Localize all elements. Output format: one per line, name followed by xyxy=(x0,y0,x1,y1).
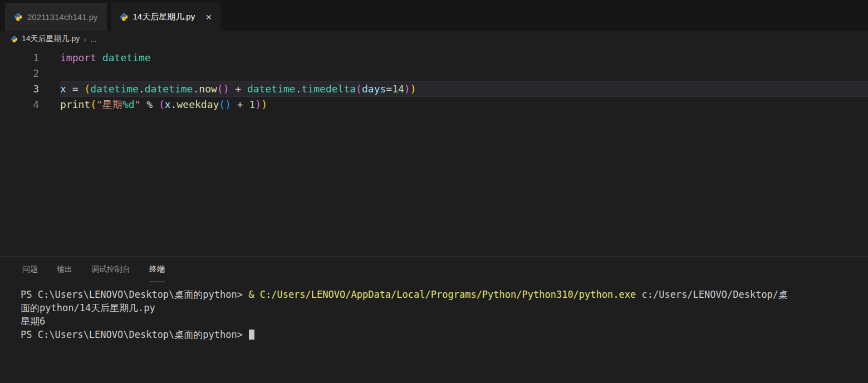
code-token: 14 xyxy=(392,83,404,95)
code-line-content: print("星期%d" % (x.weekday() + 1)) xyxy=(60,97,868,112)
panel-tab-terminal[interactable]: 终端 xyxy=(149,264,165,282)
code-token xyxy=(96,52,102,63)
code-token: %d xyxy=(122,99,135,110)
terminal-content[interactable]: PS C:\Users\LENOVO\Desktop\桌面的python> & … xyxy=(0,282,868,341)
code-line[interactable]: 1import datetime xyxy=(0,50,868,66)
terminal-token: PS C:\Users\LENOVO\Desktop\桌面的python> xyxy=(21,289,248,300)
code-token: ( xyxy=(356,83,362,95)
code-token: . xyxy=(193,83,199,95)
code-token: ) xyxy=(410,83,416,95)
panel-tab-debug-console[interactable]: 调试控制台 xyxy=(91,264,130,282)
terminal-token: & C:/Users/LENOVO/AppData/Local/Programs… xyxy=(248,289,636,300)
code-token: ( xyxy=(90,99,96,110)
code-token: timedelta xyxy=(302,83,356,95)
code-token: datetime xyxy=(90,83,139,95)
code-token: weekday xyxy=(176,99,219,110)
code-token: ( xyxy=(219,99,225,110)
tab-label: 14天后星期几.py xyxy=(133,12,195,22)
terminal-token: 面的python/14天后星期几.py xyxy=(21,302,155,313)
chevron-right-icon: › xyxy=(84,35,86,44)
code-token: now xyxy=(199,83,217,95)
code-token: + xyxy=(229,83,248,95)
python-icon xyxy=(11,36,18,43)
code-token: = xyxy=(386,83,392,95)
code-line[interactable]: 4print("星期%d" % (x.weekday() + 1)) xyxy=(0,97,868,112)
panel-tab-output[interactable]: 输出 xyxy=(57,264,72,282)
terminal-line: PS C:\Users\LENOVO\Desktop\桌面的python> & … xyxy=(21,288,861,301)
code-token: ) xyxy=(261,99,267,110)
terminal-cursor xyxy=(249,330,254,340)
python-icon xyxy=(120,13,128,21)
code-editor[interactable]: 1import datetime23x = (datetime.datetime… xyxy=(0,47,868,256)
terminal-token: c:/Users/LENOVO/Desktop/桌 xyxy=(636,289,788,300)
code-token: datetime xyxy=(145,83,193,95)
tab-bar: 20211314ch141.py 14天后星期几.py× xyxy=(0,0,868,31)
code-token: ( xyxy=(217,83,223,95)
code-token: days xyxy=(362,83,386,95)
breadcrumb-file[interactable]: 14天后星期几.py xyxy=(22,34,80,44)
code-token: datetime xyxy=(102,52,151,63)
code-token: ) xyxy=(223,83,229,95)
code-token: " xyxy=(135,99,141,110)
close-icon[interactable]: × xyxy=(205,12,212,22)
breadcrumb: 14天后星期几.py › ... xyxy=(0,31,868,47)
python-icon xyxy=(14,13,22,21)
code-line[interactable]: 3x = (datetime.datetime.now() + datetime… xyxy=(0,81,868,97)
code-line-content xyxy=(60,66,868,81)
code-line[interactable]: 2 xyxy=(0,66,868,81)
code-token: ) xyxy=(225,99,231,110)
code-token: import xyxy=(60,52,96,63)
terminal-token: 星期6 xyxy=(21,316,45,327)
code-token: ( xyxy=(84,83,90,95)
code-token: % xyxy=(140,99,159,110)
panel-tab-problems[interactable]: 问题 xyxy=(22,264,38,282)
code-line-content: x = (datetime.datetime.now() + datetime.… xyxy=(60,81,868,97)
line-number: 4 xyxy=(0,97,39,112)
tab-20211314ch141-py[interactable]: 20211314ch141.py xyxy=(5,3,107,31)
code-token: x xyxy=(165,99,171,110)
terminal-line: 面的python/14天后星期几.py xyxy=(21,301,861,315)
code-token: ) xyxy=(404,83,410,95)
terminal-line: 星期6 xyxy=(21,315,861,328)
breadcrumb-file-icon-slot xyxy=(11,36,18,43)
code-token: ) xyxy=(255,99,261,110)
bottom-panel: 问题输出调试控制台终端 PS C:\Users\LENOVO\Desktop\桌… xyxy=(0,256,868,383)
code-token: . xyxy=(139,83,145,95)
code-token: "星期 xyxy=(96,99,122,110)
line-number: 3 xyxy=(0,81,39,97)
terminal-token: PS C:\Users\LENOVO\Desktop\桌面的python> xyxy=(21,329,248,340)
breadcrumb-more[interactable]: ... xyxy=(90,35,97,43)
code-token: print xyxy=(60,99,90,110)
code-token: x xyxy=(60,83,66,95)
code-token: datetime xyxy=(247,83,296,95)
line-number: 2 xyxy=(0,66,39,81)
code-token: . xyxy=(171,99,177,110)
tab-label: 20211314ch141.py xyxy=(27,12,98,22)
code-token: ( xyxy=(159,99,165,110)
terminal-line: PS C:\Users\LENOVO\Desktop\桌面的python> xyxy=(21,328,861,341)
code-token: . xyxy=(296,83,302,95)
tab-14-days-later-weekday-py[interactable]: 14天后星期几.py× xyxy=(111,3,221,31)
code-line-content: import datetime xyxy=(60,50,868,66)
panel-tab-bar: 问题输出调试控制台终端 xyxy=(0,257,868,282)
code-token: 1 xyxy=(249,99,256,110)
line-number: 1 xyxy=(0,50,39,66)
code-token: = xyxy=(66,83,85,95)
code-token: + xyxy=(231,99,249,110)
